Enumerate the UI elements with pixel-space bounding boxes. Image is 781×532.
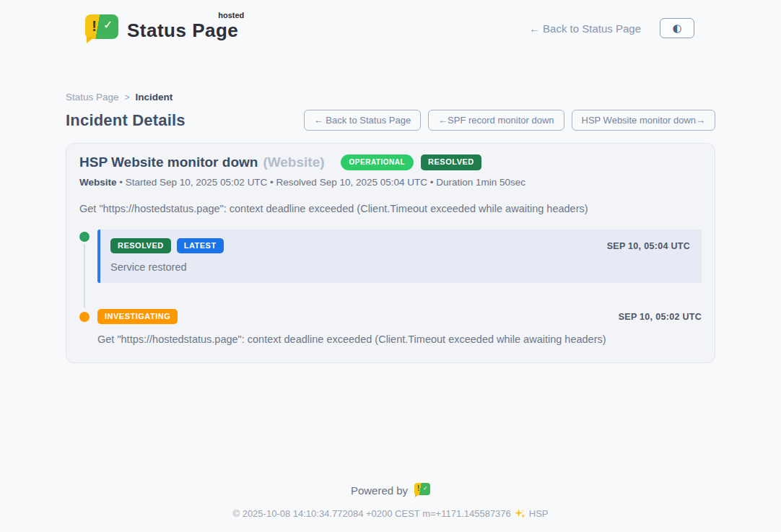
exclamation-icon: ! [417,484,419,492]
footer: Powered by ! ✓ © 2025-10-08 14:10:34.772… [66,483,715,519]
prev-incident-button[interactable]: ←SPF record monitor down [428,110,564,131]
theme-toggle-button[interactable]: ◐ [660,18,694,38]
incident-timeline: RESOLVED LATEST SEP 10, 05:04 UTC Servic… [79,231,702,345]
page-title: Incident Details [66,111,186,130]
timeline-dot-green [79,232,90,242]
back-to-status-page-button[interactable]: ← Back to Status Page [304,110,421,131]
incident-card: HSP Website monitor down (Website) OPERA… [66,143,715,363]
timeline-investigating-badge: INVESTIGATING [97,309,178,324]
resolved-state-badge: RESOLVED [421,154,481,170]
copyright: © 2025-10-08 14:10:34.772084 +0200 CEST … [66,508,715,519]
operational-status-badge: OPERATIONAL [341,154,414,170]
timeline-message: Get "https://hostedstatus.page": context… [97,333,702,345]
sparkles-icon [515,508,525,519]
powered-by: Powered by ! ✓ [66,483,715,497]
logo-bubble-tail [87,37,95,43]
breadcrumb-status-page[interactable]: Status Page [66,92,119,103]
powered-by-label: Powered by [351,484,408,497]
next-incident-button[interactable]: HSP Website monitor down→ [572,110,715,131]
timeline-latest-badge: LATEST [177,238,224,253]
timeline-item-investigating: INVESTIGATING SEP 10, 05:02 UTC Get "htt… [79,309,702,345]
incident-meta: Website • Started Sep 10, 2025 05:02 UTC… [79,177,702,188]
logo-bubble-shape [85,14,118,39]
logo-hosted-badge: hosted [218,11,244,19]
exclamation-icon: ! [92,17,97,35]
status-page-logo-icon: ! ✓ [85,13,118,43]
footer-logo-icon[interactable]: ! ✓ [414,483,430,497]
breadcrumb-separator: > [125,92,130,103]
timeline-dot-orange [79,312,90,322]
timeline-plain-entry: INVESTIGATING SEP 10, 05:02 UTC Get "htt… [97,309,702,345]
incident-meta-details: • Started Sep 10, 2025 05:02 UTC • Resol… [117,177,526,188]
incident-nav-buttons: ← Back to Status Page ←SPF record monito… [304,110,715,131]
logo[interactable]: ! ✓ hosted Status Page [85,13,238,43]
breadcrumb-incident: Incident [136,92,173,103]
incident-description: Get "https://hostedstatus.page": context… [79,203,702,214]
check-icon: ✓ [423,485,428,492]
main-content: Status Page > Incident Incident Details … [66,92,715,519]
timeline-timestamp: SEP 10, 05:04 UTC [607,241,690,251]
incident-service-name: Website [79,177,117,188]
timeline-highlight-box: RESOLVED LATEST SEP 10, 05:04 UTC Servic… [97,230,702,283]
timeline-resolved-badge: RESOLVED [110,238,171,253]
incident-card-header: HSP Website monitor down (Website) OPERA… [79,154,702,170]
breadcrumb: Status Page > Incident [66,92,715,103]
timeline-message: Service restored [110,261,690,273]
header-back-to-status-page-link[interactable]: ← Back to Status Page [529,22,641,35]
check-icon: ✓ [103,18,113,32]
logo-brand-text: Status Page [127,19,238,41]
header: ! ✓ hosted Status Page ← Back to Status … [0,0,781,46]
incident-component: (Website) [263,154,324,170]
incident-title: HSP Website monitor down [79,154,258,170]
logo-bubble-tail [415,494,419,497]
timeline-timestamp: SEP 10, 05:02 UTC [619,312,702,322]
copyright-text: © 2025-10-08 14:10:34.772084 +0200 CEST … [232,508,510,519]
copyright-brand: HSP [529,508,549,519]
title-row: Incident Details ← Back to Status Page ←… [66,110,715,131]
timeline-item-resolved: RESOLVED LATEST SEP 10, 05:04 UTC Servic… [79,231,702,283]
half-circle-icon: ◐ [672,23,681,34]
